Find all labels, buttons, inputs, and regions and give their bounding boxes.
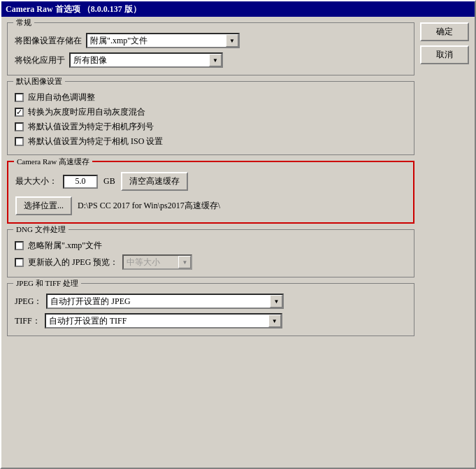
checkbox-label-2: 将默认值设置为特定于相机序列号 <box>28 121 154 133</box>
cache-path-text: D:\PS CC 2017 for Win\ps2017高速缓存\ <box>78 200 220 212</box>
dng-checkbox-row-1: 更新嵌入的 JPEG 预览： 中等大小 ▼ <box>15 254 407 270</box>
checkbox-row-2: 将默认值设置为特定于相机序列号 <box>15 121 407 133</box>
tiff-row: TIFF： 自动打开设置的 TIFF ▼ <box>15 313 407 329</box>
dng-checkbox-label-1: 更新嵌入的 JPEG 预览： <box>28 257 118 268</box>
title-text: Camera Raw 首选项 （8.0.0.137 版） <box>6 3 141 15</box>
title-bar: Camera Raw 首选项 （8.0.0.137 版） <box>1 1 475 17</box>
tiff-label: TIFF： <box>15 315 41 327</box>
jpeg-preview-select-wrapper[interactable]: 中等大小 ▼ <box>122 254 192 270</box>
save-image-label: 将图像设置存储在 <box>15 35 82 47</box>
checkbox-camera-iso[interactable] <box>15 137 24 146</box>
checkbox-row-0: 应用自动色调调整 <box>15 92 407 103</box>
sharpening-select[interactable]: 所有图像 <box>69 52 223 68</box>
checkbox-camera-serial[interactable] <box>15 122 24 131</box>
sharpening-row: 将锐化应用于 所有图像 ▼ <box>15 52 407 68</box>
right-panel: 确定 取消 <box>420 22 469 336</box>
dng-legend: DNG 文件处理 <box>13 224 68 235</box>
cache-size-label: 最大大小： <box>15 175 57 187</box>
jpeg-select-wrapper[interactable]: 自动打开设置的 JPEG ▼ <box>46 294 284 309</box>
sharpening-select-wrapper[interactable]: 所有图像 ▼ <box>69 52 223 68</box>
save-image-select-wrapper[interactable]: 附属".xmp"文件 ▼ <box>86 33 240 48</box>
jpeg-tiff-section: JPEG 和 TIFF 处理 JPEG： 自动打开设置的 JPEG ▼ TIFF… <box>7 283 414 336</box>
dng-checkbox-row-0: 忽略附属".xmp"文件 <box>15 240 407 252</box>
jpeg-preview-select[interactable]: 中等大小 <box>122 254 192 270</box>
ok-button[interactable]: 确定 <box>420 22 469 41</box>
cancel-button[interactable]: 取消 <box>420 45 469 64</box>
defaults-section: 默认图像设置 应用自动色调调整 ✓ 转换为灰度时应用自动灰度混合 将默认值设置为… <box>7 81 414 155</box>
cache-legend: Camera Raw 高速缓存 <box>14 157 92 167</box>
save-image-select[interactable]: 附属".xmp"文件 <box>86 33 240 48</box>
cache-unit-label: GB <box>103 176 115 187</box>
jpeg-select[interactable]: 自动打开设置的 JPEG <box>46 294 284 309</box>
checkbox-label-1: 转换为灰度时应用自动灰度混合 <box>28 106 145 118</box>
save-image-row: 将图像设置存储在 附属".xmp"文件 ▼ <box>15 33 407 48</box>
cache-path-row: 选择位置... D:\PS CC 2017 for Win\ps2017高速缓存… <box>15 196 406 215</box>
cache-size-input[interactable] <box>63 175 98 189</box>
dng-checkbox-label-0: 忽略附属".xmp"文件 <box>28 240 102 252</box>
jpeg-label: JPEG： <box>15 296 42 308</box>
main-panel: 常规 将图像设置存储在 附属".xmp"文件 ▼ 将锐化应用于 <box>7 22 414 336</box>
cache-section: Camera Raw 高速缓存 最大大小： GB 清空高速缓存 选择位置... … <box>7 161 414 224</box>
checkbox-ignore-xmp[interactable] <box>15 241 24 250</box>
defaults-legend: 默认图像设置 <box>13 76 65 87</box>
general-legend: 常规 <box>13 17 34 28</box>
checkbox-label-3: 将默认值设置为特定于相机 ISO 设置 <box>28 136 163 147</box>
checkbox-grayscale[interactable]: ✓ <box>15 108 24 117</box>
tiff-select-wrapper[interactable]: 自动打开设置的 TIFF ▼ <box>45 313 282 329</box>
checkbox-row-3: 将默认值设置为特定于相机 ISO 设置 <box>15 136 407 147</box>
sharpening-label: 将锐化应用于 <box>15 55 65 66</box>
jpeg-tiff-legend: JPEG 和 TIFF 处理 <box>13 278 81 289</box>
main-window: Camera Raw 首选项 （8.0.0.137 版） 常规 将图像设置存储在… <box>0 0 476 469</box>
clear-cache-button[interactable]: 清空高速缓存 <box>121 172 188 191</box>
dng-section: DNG 文件处理 忽略附属".xmp"文件 更新嵌入的 JPEG 预览： 中等大… <box>7 229 414 277</box>
cache-size-row: 最大大小： GB 清空高速缓存 <box>15 172 406 191</box>
general-section: 常规 将图像设置存储在 附属".xmp"文件 ▼ 将锐化应用于 <box>7 22 414 75</box>
checkbox-label-0: 应用自动色调调整 <box>28 92 95 103</box>
checkbox-auto-tone[interactable] <box>15 93 24 102</box>
checkbox-update-jpeg[interactable] <box>15 258 24 267</box>
tiff-select[interactable]: 自动打开设置的 TIFF <box>45 313 282 329</box>
jpeg-row: JPEG： 自动打开设置的 JPEG ▼ <box>15 294 407 309</box>
checkbox-row-1: ✓ 转换为灰度时应用自动灰度混合 <box>15 106 407 118</box>
select-location-button[interactable]: 选择位置... <box>15 196 72 215</box>
